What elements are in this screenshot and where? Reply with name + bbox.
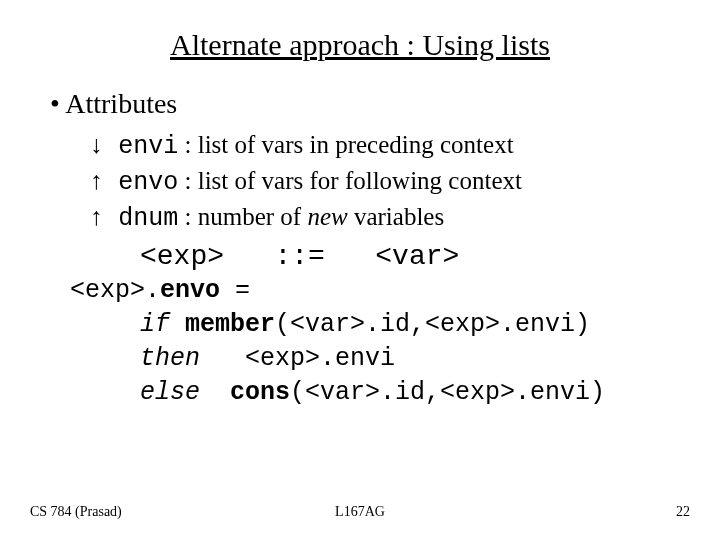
code-l1a: <exp>.	[70, 276, 160, 305]
grammar-rhs: <var>	[375, 241, 459, 272]
code-then: then	[140, 344, 200, 373]
attr-envi-name: envi	[118, 132, 178, 161]
attr-envo-name: envo	[118, 168, 178, 197]
grammar-op: ::=	[274, 241, 324, 272]
code-l1b: envo	[160, 276, 220, 305]
slide-title: Alternate approach : Using lists	[30, 28, 690, 62]
attr-dnum-name: dnum	[118, 204, 178, 233]
attr-envo: ↑ envo : list of vars for following cont…	[90, 164, 690, 200]
code-l4args: (<var>.id,<exp>.envi)	[290, 378, 605, 407]
up-arrow-icon: ↑	[90, 200, 112, 234]
footer-right: 22	[676, 504, 690, 520]
code-if: if	[140, 310, 170, 339]
attr-envo-desc: : list of vars for following context	[178, 167, 522, 194]
code-line-2: if member(<var>.id,<exp>.envi)	[140, 308, 690, 342]
grammar-rule: <exp> ::= <var>	[140, 241, 690, 272]
footer-center: L167AG	[335, 504, 385, 520]
code-else: else	[140, 378, 200, 407]
footer: CS 784 (Prasad) L167AG 22	[0, 504, 720, 520]
code-l1c: =	[220, 276, 250, 305]
code-cons: cons	[230, 378, 290, 407]
attr-envi-desc: : list of vars in preceding context	[178, 131, 513, 158]
code-member: member	[185, 310, 275, 339]
code-line-1: <exp>.envo =	[70, 274, 690, 308]
attr-dnum: ↑ dnum : number of new variables	[90, 200, 690, 236]
bullet-label: Attributes	[65, 88, 177, 119]
down-arrow-icon: ↓	[90, 128, 112, 162]
attr-dnum-post: variables	[348, 203, 444, 230]
code-l3v: <exp>.envi	[245, 344, 395, 373]
code-line-3: then <exp>.envi	[140, 342, 690, 376]
bullet-attributes: • Attributes	[50, 88, 690, 120]
attr-envi: ↓ envi : list of vars in preceding conte…	[90, 128, 690, 164]
attr-dnum-pre: : number of	[178, 203, 307, 230]
up-arrow-icon: ↑	[90, 164, 112, 198]
code-block: <exp>.envo = if member(<var>.id,<exp>.en…	[70, 274, 690, 409]
code-l2args: (<var>.id,<exp>.envi)	[275, 310, 590, 339]
code-line-4: else cons(<var>.id,<exp>.envi)	[140, 376, 690, 410]
attr-dnum-em: new	[307, 203, 347, 230]
grammar-lhs: <exp>	[140, 241, 224, 272]
footer-left: CS 784 (Prasad)	[30, 504, 122, 520]
